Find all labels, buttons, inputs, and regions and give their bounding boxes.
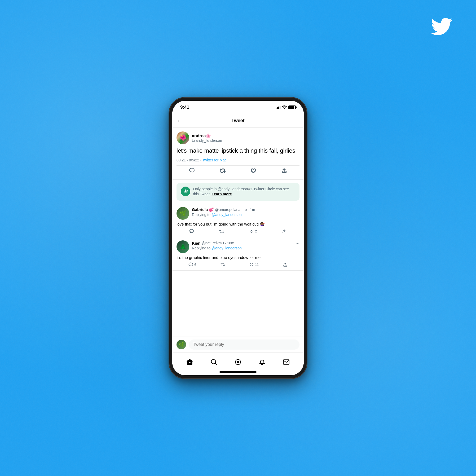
avatar-kian[interactable]: 🌲 <box>177 240 189 253</box>
reply-1-more-button[interactable]: ··· <box>296 207 299 213</box>
phone-container: 9:41 <box>169 98 307 378</box>
bottom-nav <box>172 352 304 371</box>
reply-2-time: 16m <box>227 241 234 245</box>
svg-point-10 <box>240 362 241 362</box>
reply-tweet-2: 🌲 Kian @naturelvr49 · 16m ··· <box>172 237 304 271</box>
tweet-author-info: 🌺 andrea🌸 @andy_landerson <box>177 131 222 144</box>
reply-2-text: it's the graphic liner and blue eyeshado… <box>177 255 299 260</box>
reply-2-handle: @naturelvr49 · <box>202 241 226 245</box>
nav-search[interactable] <box>208 356 220 368</box>
tweet-text: let's make matte lipstick a thing this f… <box>177 147 299 155</box>
svg-point-3 <box>211 359 215 364</box>
home-indicator <box>219 371 257 373</box>
main-tweet: 🌺 andrea🌸 @andy_landerson ··· let's make… <box>172 128 304 180</box>
page-title: Tweet <box>231 118 245 124</box>
reply-2-name: Kian <box>192 241 201 245</box>
reply-2-replying-to: Replying to @andy_landerson <box>192 246 299 250</box>
svg-line-4 <box>215 363 217 365</box>
reply-1-header: 🌿 Gabriela 💕 @amorepelanature · 1m ··· <box>177 207 299 220</box>
reply-1-text: love that for you but i'm going with the… <box>177 221 299 227</box>
user-avatar: 🌿 <box>177 340 186 349</box>
reply-2-like[interactable]: 11 <box>249 262 259 267</box>
reply-input-area: 🌿 <box>172 337 304 352</box>
circle-notice: Only people in @andy_landerson4's Twitte… <box>177 183 299 201</box>
status-icons <box>276 105 296 110</box>
wifi-icon <box>282 105 287 110</box>
svg-point-9 <box>235 362 236 362</box>
reply-1-name: Gabriela 💕 <box>192 207 214 212</box>
tweet-more-button[interactable]: ··· <box>296 135 299 141</box>
reply-1-like-count: 2 <box>255 229 257 233</box>
reply-1-retweet[interactable] <box>219 229 224 234</box>
phone-shell: 9:41 <box>169 98 307 378</box>
reply-2-replying-to-link[interactable]: @andy_landerson <box>211 246 242 250</box>
tweet-author-row: 🌺 andrea🌸 @andy_landerson ··· <box>177 131 299 144</box>
svg-point-6 <box>237 361 239 363</box>
reply-2-more-button[interactable]: ··· <box>296 240 299 246</box>
share-button[interactable] <box>281 168 287 174</box>
reply-1-time: 1m <box>250 208 255 212</box>
status-bar: 9:41 <box>172 101 304 114</box>
svg-point-0 <box>284 108 285 109</box>
retweet-button[interactable] <box>220 168 226 174</box>
reply-1-like[interactable]: 2 <box>249 229 257 234</box>
learn-more-link[interactable]: Learn more <box>212 192 232 196</box>
avatar-gabriela[interactable]: 🌿 <box>177 207 189 220</box>
reply-2-like-count: 11 <box>255 263 259 267</box>
nav-spaces[interactable] <box>232 356 244 368</box>
page-header: ← Tweet <box>172 114 304 128</box>
reply-2-retweet[interactable] <box>220 262 225 267</box>
status-time: 9:41 <box>180 105 189 110</box>
tweet-actions <box>177 165 299 176</box>
svg-point-2 <box>187 190 188 191</box>
reply-2-header: 🌲 Kian @naturelvr49 · 16m ··· <box>177 240 299 253</box>
svg-point-7 <box>237 359 238 360</box>
reply-1-replying-to-link[interactable]: @andy_landerson <box>211 213 242 217</box>
nav-home[interactable] <box>184 356 196 368</box>
twitter-for-mac-link[interactable]: Twitter for Mac <box>202 158 227 162</box>
svg-point-1 <box>185 189 186 191</box>
author-name: andrea🌸 <box>192 133 222 138</box>
reply-1-comment[interactable] <box>189 229 194 234</box>
signal-bars <box>276 105 280 109</box>
reply-2-share[interactable] <box>283 262 288 267</box>
nav-messages[interactable] <box>280 356 292 368</box>
reply-1-replying-to: Replying to @andy_landerson <box>192 213 299 217</box>
content-area[interactable]: 🌺 andrea🌸 @andy_landerson ··· let's make… <box>172 128 304 337</box>
reply-2-actions: 6 11 <box>177 262 299 267</box>
reply-2-comment-count: 6 <box>194 263 196 267</box>
svg-point-8 <box>237 364 238 365</box>
reply-1-actions: 2 <box>177 229 299 234</box>
back-button[interactable]: ← <box>177 118 182 124</box>
reply-1-handle: @amorepelanature · <box>215 208 249 212</box>
twitter-logo-corner <box>428 16 455 37</box>
reply-input[interactable] <box>189 340 299 350</box>
comment-button[interactable] <box>189 168 195 174</box>
reply-2-comment[interactable]: 6 <box>188 262 196 267</box>
nav-notifications[interactable] <box>256 356 268 368</box>
phone-screen: 9:41 <box>172 101 304 375</box>
reply-1-share[interactable] <box>282 229 287 234</box>
battery-icon <box>288 105 296 109</box>
like-button[interactable] <box>250 168 256 174</box>
circle-text: Only people in @andy_landerson4's Twitte… <box>193 187 295 197</box>
circle-icon <box>181 187 190 196</box>
tweet-meta: 09:21 · 8/5/22 · Twitter for Mac <box>177 158 299 162</box>
reply-tweet-1: 🌿 Gabriela 💕 @amorepelanature · 1m ··· <box>172 204 304 237</box>
author-handle: @andy_landerson <box>192 138 222 143</box>
avatar-andrea[interactable]: 🌺 <box>177 131 189 144</box>
